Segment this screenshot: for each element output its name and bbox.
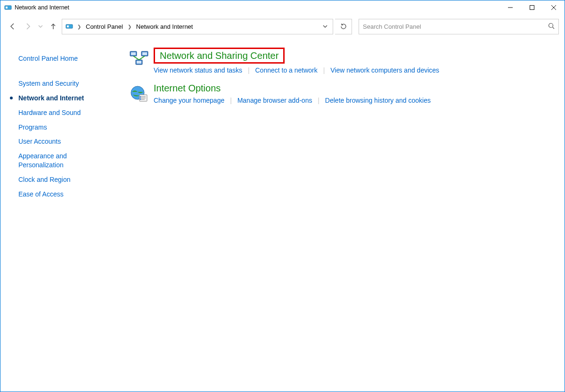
svg-line-17 <box>139 56 145 60</box>
svg-point-24 <box>140 98 141 98</box>
content-area: Control Panel Home System and Security N… <box>0 38 565 392</box>
address-history-dropdown[interactable] <box>319 19 330 34</box>
svg-rect-15 <box>137 61 141 64</box>
internet-options-link[interactable]: Internet Options <box>154 82 221 94</box>
navigation-toolbar: ❯ Control Panel ❯ Network and Internet <box>0 15 565 38</box>
svg-line-16 <box>133 56 139 60</box>
change-homepage-link[interactable]: Change your homepage <box>154 97 224 104</box>
sidebar: Control Panel Home System and Security N… <box>0 38 116 392</box>
svg-rect-7 <box>67 25 69 27</box>
main-panel: Network and Sharing Center View network … <box>116 38 565 392</box>
chevron-right-icon[interactable]: ❯ <box>127 24 132 29</box>
svg-rect-13 <box>142 52 147 55</box>
view-network-status-link[interactable]: View network status and tasks <box>154 66 242 74</box>
delete-history-link[interactable]: Delete browsing history and cookies <box>325 97 431 104</box>
sidebar-item-hardware-sound[interactable]: Hardware and Sound <box>10 106 111 120</box>
forward-button[interactable] <box>21 20 34 33</box>
sidebar-item-control-panel-home[interactable]: Control Panel Home <box>10 51 111 66</box>
minimize-button[interactable] <box>499 0 521 15</box>
manage-addons-link[interactable]: Manage browser add-ons <box>237 97 312 104</box>
sidebar-item-appearance[interactable]: Appearance and Personalization <box>10 149 111 172</box>
window-title: Network and Internet <box>15 4 69 11</box>
up-button[interactable] <box>47 20 60 33</box>
search-input[interactable] <box>363 23 545 30</box>
svg-rect-11 <box>131 52 136 55</box>
refresh-button[interactable] <box>335 19 352 34</box>
section-internet-options: Internet Options Change your homepage | … <box>129 82 553 104</box>
svg-point-25 <box>140 99 141 100</box>
breadcrumb-segment-0[interactable]: Control Panel <box>83 21 126 32</box>
network-sharing-center-link[interactable]: Network and Sharing Center <box>154 48 285 64</box>
view-network-computers-link[interactable]: View network computers and devices <box>330 66 439 74</box>
control-panel-icon <box>4 4 12 11</box>
address-bar[interactable]: ❯ Control Panel ❯ Network and Internet <box>62 19 333 34</box>
connect-to-network-link[interactable]: Connect to a network <box>255 66 317 74</box>
search-box[interactable] <box>359 19 559 34</box>
section-network-sharing: Network and Sharing Center View network … <box>129 48 553 74</box>
sidebar-item-user-accounts[interactable]: User Accounts <box>10 134 111 149</box>
svg-point-23 <box>140 96 141 97</box>
network-sharing-icon <box>129 49 149 69</box>
close-button[interactable] <box>543 0 565 15</box>
maximize-button[interactable] <box>521 0 543 15</box>
svg-rect-1 <box>6 7 8 8</box>
window-titlebar: Network and Internet <box>0 0 565 15</box>
sidebar-item-ease-of-access[interactable]: Ease of Access <box>10 187 111 202</box>
sidebar-item-programs[interactable]: Programs <box>10 120 111 135</box>
internet-options-sublinks: Change your homepage | Manage browser ad… <box>154 97 553 104</box>
recent-locations-dropdown[interactable] <box>36 20 45 33</box>
svg-line-9 <box>553 27 555 29</box>
chevron-right-icon[interactable]: ❯ <box>76 24 82 29</box>
breadcrumb-segment-1[interactable]: Network and Internet <box>133 21 196 32</box>
location-icon <box>65 22 74 31</box>
search-icon[interactable] <box>548 23 555 31</box>
sidebar-item-clock-region[interactable]: Clock and Region <box>10 172 111 187</box>
sidebar-item-system-security[interactable]: System and Security <box>10 76 111 91</box>
svg-point-8 <box>549 23 553 27</box>
back-button[interactable] <box>6 20 19 33</box>
svg-rect-3 <box>530 6 534 10</box>
network-sharing-sublinks: View network status and tasks | Connect … <box>154 66 553 74</box>
internet-options-icon <box>129 84 149 104</box>
sidebar-item-network-internet[interactable]: Network and Internet <box>10 91 111 106</box>
